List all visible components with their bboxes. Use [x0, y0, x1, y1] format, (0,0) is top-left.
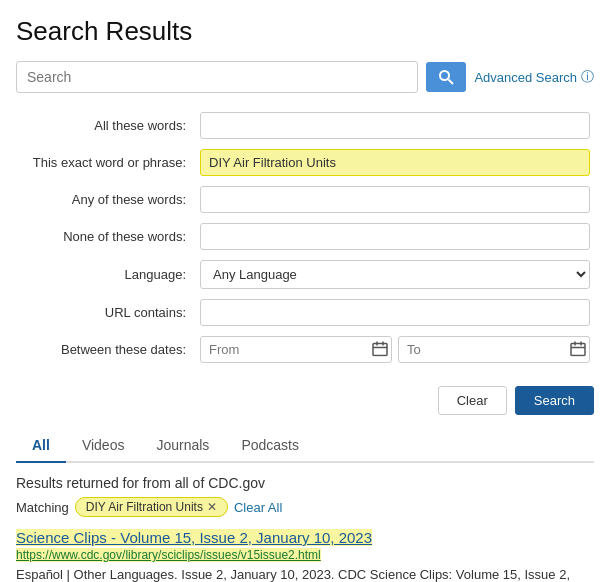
none-words-label: None of these words: [16, 218, 196, 255]
clear-all-link[interactable]: Clear All [234, 500, 282, 515]
filter-form: All these words: This exact word or phra… [16, 107, 594, 368]
results-header: Results returned for from all of CDC.gov [16, 475, 594, 491]
language-row: Language: Any Language English Spanish F… [16, 255, 594, 294]
dates-label: Between these dates: [16, 331, 196, 368]
language-select[interactable]: Any Language English Spanish French Chin… [200, 260, 590, 289]
tab-journals[interactable]: Journals [140, 429, 225, 463]
search-icon [438, 69, 454, 85]
circle-info-icon: ⓘ [581, 68, 594, 86]
any-words-label: Any of these words: [16, 181, 196, 218]
calendar-icon [570, 340, 586, 356]
all-words-row: All these words: [16, 107, 594, 144]
dates-row: Between these dates: [16, 331, 594, 368]
any-words-input[interactable] [200, 186, 590, 213]
language-label: Language: [16, 255, 196, 294]
filter-buttons: Clear Search [16, 378, 594, 419]
to-date-input[interactable] [398, 336, 590, 363]
any-words-row: Any of these words: [16, 181, 594, 218]
clear-button[interactable]: Clear [438, 386, 507, 415]
all-words-label: All these words: [16, 107, 196, 144]
none-words-row: None of these words: [16, 218, 594, 255]
calendar-icon [372, 340, 388, 356]
remove-tag-button[interactable]: ✕ [207, 501, 217, 513]
svg-line-1 [449, 80, 454, 85]
exact-phrase-label: This exact word or phrase: [16, 144, 196, 181]
from-calendar-button[interactable] [372, 340, 388, 359]
result-item: Science Clips - Volume 15, Issue 2, Janu… [16, 529, 594, 582]
result-title-link[interactable]: Science Clips - Volume 15, Issue 2, Janu… [16, 529, 372, 546]
svg-point-0 [440, 71, 449, 80]
to-calendar-button[interactable] [570, 340, 586, 359]
url-input[interactable] [200, 299, 590, 326]
matching-row: Matching DIY Air Filtration Units ✕ Clea… [16, 497, 594, 517]
page-title: Search Results [16, 16, 594, 47]
none-words-input[interactable] [200, 223, 590, 250]
filter-tag: DIY Air Filtration Units ✕ [75, 497, 228, 517]
exact-phrase-row: This exact word or phrase: [16, 144, 594, 181]
search-bar: Advanced Search ⓘ [16, 61, 594, 93]
tab-videos[interactable]: Videos [66, 429, 141, 463]
svg-rect-2 [373, 343, 387, 355]
url-label: URL contains: [16, 294, 196, 331]
advanced-search-link[interactable]: Advanced Search ⓘ [474, 68, 594, 86]
search-icon-button[interactable] [426, 62, 466, 92]
matching-label: Matching [16, 500, 69, 515]
from-date-input[interactable] [200, 336, 392, 363]
tabs-bar: All Videos Journals Podcasts [16, 429, 594, 463]
result-url-link[interactable]: https://www.cdc.gov/library/sciclips/iss… [16, 548, 321, 562]
exact-phrase-input[interactable] [200, 149, 590, 176]
tag-label: DIY Air Filtration Units [86, 500, 203, 514]
url-row: URL contains: [16, 294, 594, 331]
svg-rect-6 [571, 343, 585, 355]
tab-podcasts[interactable]: Podcasts [225, 429, 315, 463]
all-words-input[interactable] [200, 112, 590, 139]
result-description: Español | Other Languages. Issue 2, Janu… [16, 565, 594, 582]
search-button[interactable]: Search [515, 386, 594, 415]
search-input[interactable] [16, 61, 418, 93]
tab-all[interactable]: All [16, 429, 66, 463]
